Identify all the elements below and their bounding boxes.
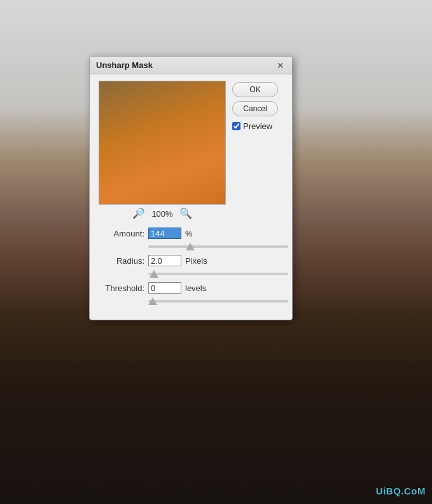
- amount-input[interactable]: [148, 228, 181, 239]
- radius-row: Radius: Pixels: [99, 255, 283, 277]
- preview-canvas[interactable]: [99, 81, 226, 205]
- amount-row: Amount: %: [99, 228, 283, 250]
- dialog-titlebar: Unsharp Mask ✕: [90, 57, 292, 74]
- dialog-body: 🔎 100% 🔍 OK Cancel Preview: [90, 74, 292, 225]
- sliders-section: Amount: % Radius: Pixels: [90, 225, 292, 304]
- zoom-controls: 🔎 100% 🔍: [131, 208, 193, 219]
- radius-slider-container: [99, 268, 283, 277]
- threshold-row: Threshold: levels: [99, 282, 283, 304]
- ok-button[interactable]: OK: [232, 82, 278, 97]
- unsharp-mask-dialog: Unsharp Mask ✕ 🔎 100% 🔍 OK Cancel Pr: [89, 56, 293, 320]
- cancel-button[interactable]: Cancel: [232, 101, 278, 116]
- threshold-slider[interactable]: [148, 300, 288, 303]
- preview-area: 🔎 100% 🔍: [99, 81, 226, 219]
- preview-checkbox[interactable]: [232, 122, 240, 130]
- amount-slider[interactable]: [148, 245, 288, 248]
- zoom-in-button[interactable]: 🔍: [178, 208, 193, 219]
- threshold-slider-container: [99, 295, 283, 304]
- radius-label: Radius:: [99, 256, 144, 266]
- amount-label: Amount:: [99, 229, 144, 238]
- threshold-label-row: Threshold: levels: [99, 282, 283, 294]
- amount-slider-container: [99, 240, 283, 250]
- radius-slider[interactable]: [148, 273, 288, 275]
- watermark: UiBQ.CoM: [376, 486, 426, 496]
- threshold-input[interactable]: [148, 282, 181, 294]
- radius-input[interactable]: [148, 255, 181, 266]
- preview-check-row: Preview: [232, 121, 272, 131]
- dialog-title: Unsharp Mask: [96, 60, 153, 70]
- threshold-unit: levels: [185, 283, 206, 293]
- close-button[interactable]: ✕: [275, 60, 286, 71]
- zoom-out-button[interactable]: 🔎: [131, 208, 146, 219]
- radius-label-row: Radius: Pixels: [99, 255, 283, 266]
- amount-label-row: Amount: %: [99, 228, 283, 239]
- buttons-panel: OK Cancel Preview: [232, 81, 278, 219]
- zoom-level: 100%: [151, 209, 172, 219]
- amount-unit: %: [185, 229, 193, 238]
- threshold-label: Threshold:: [99, 283, 144, 293]
- dialog-wrapper: Unsharp Mask ✕ 🔎 100% 🔍 OK Cancel Pr: [89, 56, 293, 320]
- preview-check-label[interactable]: Preview: [243, 121, 272, 131]
- radius-unit: Pixels: [185, 256, 207, 266]
